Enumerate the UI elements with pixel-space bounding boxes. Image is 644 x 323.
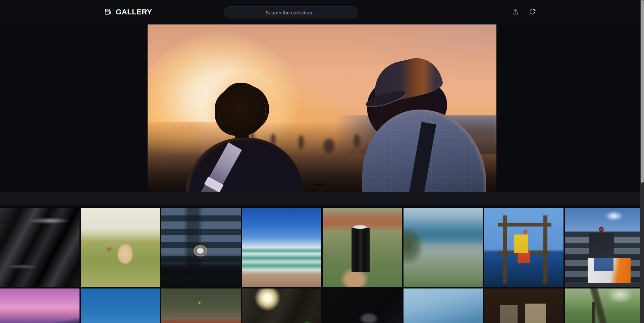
gallery-thumbnail[interactable]	[484, 208, 564, 287]
gallery-thumbnail[interactable]	[323, 208, 402, 287]
scrollbar[interactable]	[640, 0, 644, 323]
scrollbar-thumb[interactable]	[641, 0, 644, 183]
refresh-button[interactable]	[526, 5, 539, 19]
person-left-body	[186, 138, 304, 192]
hero-image[interactable]	[148, 24, 496, 192]
carousel-dot[interactable]	[303, 184, 312, 185]
gallery-thumbnail[interactable]	[242, 288, 322, 323]
gallery-thumbnail[interactable]	[0, 288, 79, 323]
gallery-thumbnail[interactable]	[242, 208, 322, 287]
refresh-icon	[529, 8, 536, 16]
person-left-head	[218, 85, 266, 136]
app-header: GALLERY	[0, 0, 644, 24]
gallery-thumbnail[interactable]	[81, 208, 160, 287]
gallery-thumbnail[interactable]	[161, 288, 241, 323]
gallery-thumbnail[interactable]	[81, 288, 160, 323]
hero-carousel-section	[0, 24, 644, 192]
gallery-thumbnail[interactable]	[161, 208, 241, 287]
gallery-thumbnail[interactable]	[565, 208, 644, 287]
page-title: GALLERY	[116, 8, 152, 16]
app-logo: GALLERY	[103, 0, 152, 24]
gallery-thumbnail[interactable]	[565, 288, 644, 323]
carousel-dot[interactable]	[328, 184, 337, 185]
carousel-dot[interactable]	[314, 184, 325, 185]
gallery-thumbnail[interactable]	[404, 288, 483, 323]
search-input[interactable]	[224, 6, 358, 18]
gallery-thumbnail[interactable]	[484, 288, 564, 323]
carousel-dot[interactable]	[291, 184, 301, 185]
gallery-thumbnail[interactable]	[404, 208, 483, 287]
carousel-dots	[291, 184, 348, 185]
thumbnail-grid	[0, 208, 644, 323]
gallery-thumbnail[interactable]	[0, 208, 79, 287]
gallery-thumbnail[interactable]	[323, 288, 402, 323]
share-upload-button[interactable]	[508, 5, 522, 19]
hero-person-left-silhouette	[186, 31, 304, 192]
movie-camera-icon	[103, 8, 112, 16]
share-upload-icon	[512, 8, 519, 16]
hero-person-right-silhouette	[362, 63, 486, 192]
section-divider-band	[0, 192, 644, 205]
carousel-dot[interactable]	[339, 184, 348, 185]
